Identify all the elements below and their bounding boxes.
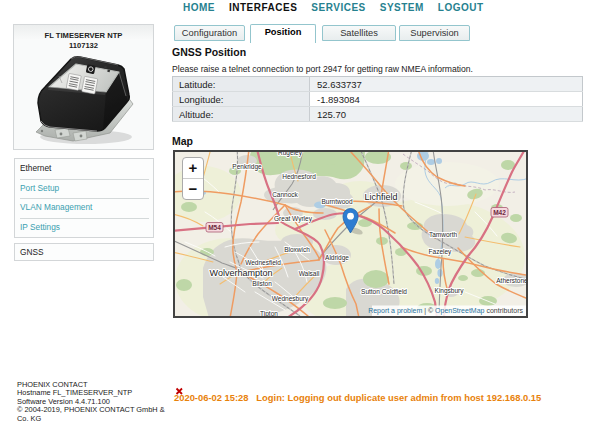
svg-text:Wednesbury: Wednesbury xyxy=(272,295,309,303)
svg-text:Hednesford: Hednesford xyxy=(282,173,316,180)
svg-text:Bilston: Bilston xyxy=(252,280,272,287)
svg-text:M54: M54 xyxy=(208,224,221,231)
svg-text:Burntwood: Burntwood xyxy=(321,198,352,205)
svg-text:Atherstone: Atherstone xyxy=(496,277,526,284)
svg-text:Penkridge: Penkridge xyxy=(232,163,262,171)
svg-text:Lichfield: Lichfield xyxy=(364,192,397,202)
svg-text:Report a problem | © OpenStree: Report a problem | © OpenStreetMap contr… xyxy=(368,307,523,315)
svg-text:Great Wyrley: Great Wyrley xyxy=(274,215,313,223)
svg-text:Walsall: Walsall xyxy=(299,270,320,277)
svg-text:Bloxwich: Bloxwich xyxy=(284,246,310,253)
svg-text:Fazeley: Fazeley xyxy=(429,248,453,256)
svg-text:Aldridge: Aldridge xyxy=(325,254,349,262)
svg-text:Wolverhampton: Wolverhampton xyxy=(210,268,273,278)
svg-text:Cannock: Cannock xyxy=(272,191,298,198)
svg-text:Wednesfield: Wednesfield xyxy=(245,259,281,266)
svg-text:M42: M42 xyxy=(493,209,506,216)
svg-text:Tipton: Tipton xyxy=(260,310,278,316)
svg-text:Tamworth: Tamworth xyxy=(429,231,458,238)
svg-text:Kingsbury: Kingsbury xyxy=(435,287,465,295)
svg-text:Sutton Coldfield: Sutton Coldfield xyxy=(361,288,407,295)
